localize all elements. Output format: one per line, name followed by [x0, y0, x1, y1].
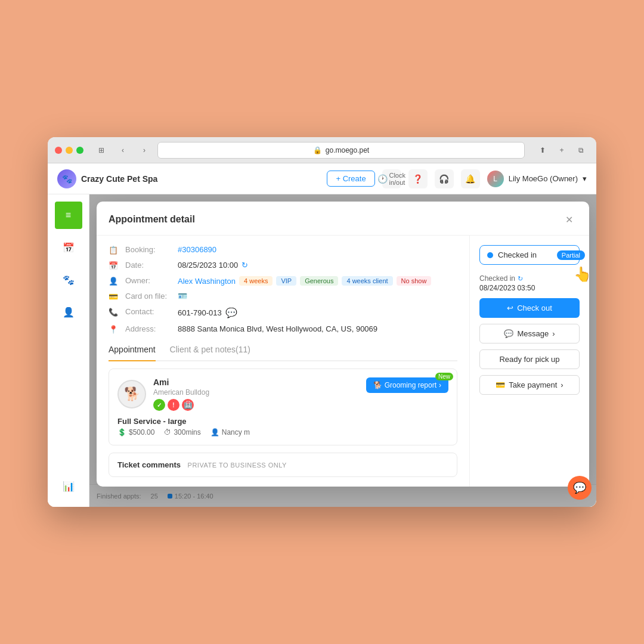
date-label: Date: — [125, 261, 173, 270]
owner-row: 👤 Owner: Alex Washington 4 weeks VIP Gen… — [109, 276, 457, 286]
checked-in-text: Checked in — [479, 274, 515, 283]
user-menu[interactable]: L Lily MoeGo (Owner) ▾ — [487, 171, 587, 187]
card-value: 🪪 — [178, 292, 187, 301]
refresh-icon[interactable]: ↻ — [242, 261, 248, 270]
logo-icon: 🐾 — [57, 169, 76, 188]
sidebar-item-clients[interactable]: 👤 — [55, 298, 82, 326]
clock-icon: 🕐 — [377, 174, 388, 184]
tab-client-notes[interactable]: Client & pet notes(11) — [170, 340, 250, 361]
back-icon[interactable]: ‹ — [114, 142, 131, 159]
pet-avatar: 🐕 — [117, 380, 146, 408]
user-name: Lily MoeGo (Owner) — [509, 174, 578, 183]
card-file-icon: 🪪 — [178, 292, 187, 301]
tag-generous: Generous — [300, 276, 338, 286]
app-logo: 🐾 Crazy Cute Pet Spa — [57, 169, 157, 188]
status-dot — [487, 252, 493, 258]
date-icon: 📅 — [109, 261, 120, 270]
checkout-label: Check out — [517, 304, 552, 312]
new-badge: New — [435, 373, 453, 380]
message-label: Message — [517, 329, 549, 338]
service-price: 💲 $500.00 — [117, 428, 154, 436]
clock-icon: ⏱ — [164, 428, 171, 436]
sidebar-item-menu[interactable]: ≡ — [55, 202, 82, 229]
tag-4weeks-client: 4 weeks client — [342, 276, 392, 286]
top-nav: 🐾 Crazy Cute Pet Spa + Create 🕐 Clock in… — [48, 163, 596, 194]
minimize-traffic-light[interactable] — [66, 147, 73, 154]
tabs-icon[interactable]: ⧉ — [572, 142, 589, 159]
address-text: 8888 Santa Monica Blvd, West Hollywood, … — [178, 324, 377, 333]
grooming-icon: 🐕 — [373, 381, 382, 389]
tab-appointment[interactable]: Appointment — [109, 340, 156, 361]
create-button[interactable]: + Create — [327, 171, 374, 187]
fullscreen-traffic-light[interactable] — [76, 147, 83, 154]
owner-name[interactable]: Alex Washington — [178, 277, 236, 286]
checked-in-label: Checked in ↻ — [479, 274, 580, 283]
pet-badges: ✓ ! 🏥 — [153, 399, 209, 411]
date-text: 08/25/2023 10:00 — [178, 261, 238, 270]
date-row: 📅 Date: 08/25/2023 10:00 ↻ — [109, 261, 457, 270]
create-button-label: + Create — [336, 174, 366, 183]
booking-link[interactable]: #30306890 — [178, 245, 216, 254]
contact-row: 📞 Contact: 601-790-013 💬 — [109, 307, 457, 318]
calendar-icon: 📅 — [63, 242, 75, 253]
notification-icon-btn[interactable]: 🔔 — [461, 169, 480, 188]
headset-icon-btn[interactable]: 🎧 — [435, 169, 454, 188]
new-tab-icon[interactable]: + — [553, 142, 570, 159]
sidebar-item-pets[interactable]: 🐾 — [55, 266, 82, 293]
grooming-report-button[interactable]: 🐕 Grooming report › New — [366, 377, 448, 393]
tag-vip: VIP — [276, 276, 296, 286]
card-label: Card on file: — [125, 292, 173, 301]
booking-label: Booking: — [125, 245, 173, 254]
owner-label: Owner: — [125, 276, 173, 285]
clock-button[interactable]: 🕐 Clock in/out — [382, 169, 401, 188]
booking-icon: 📋 — [109, 246, 120, 255]
person-icon: 👤 — [210, 428, 219, 436]
app-name: Crazy Cute Pet Spa — [81, 174, 157, 184]
clock-label: Clock in/out — [389, 172, 405, 186]
sidebar-item-calendar[interactable]: 📅 — [55, 234, 82, 261]
modal-body: 📋 Booking: #30306890 📅 Date: — [97, 236, 589, 487]
badge-medical: 🏥 — [182, 399, 194, 411]
modal-header: Appointment detail ✕ — [97, 202, 589, 236]
payment-label: Take payment — [509, 380, 557, 389]
paw-icon: 🐾 — [63, 274, 75, 286]
ready-label: Ready for pick up — [499, 355, 559, 364]
ready-pickup-button[interactable]: Ready for pick up — [479, 349, 580, 369]
chart-icon: 📊 — [63, 481, 75, 492]
address-row: 📍 Address: 8888 Santa Monica Blvd, West … — [109, 324, 457, 334]
modal-title: Appointment detail — [109, 214, 195, 225]
sidebar-toggle-icon[interactable]: ⊞ — [93, 142, 110, 159]
chat-fab-button[interactable]: 💬 — [568, 476, 592, 500]
checkin-refresh-icon[interactable]: ↻ — [518, 275, 523, 283]
message-icon[interactable]: 💬 — [225, 307, 237, 318]
phone-icon: 📞 — [109, 308, 120, 317]
share-icon[interactable]: ⬆ — [534, 142, 551, 159]
take-payment-button[interactable]: 💳 Take payment › — [479, 375, 580, 395]
checkout-button[interactable]: ↩ Check out — [479, 298, 580, 318]
dollar-icon: 💲 — [117, 428, 126, 436]
browser-titlebar: ⊞ ‹ › 🔒 go.moego.pet ⬆ + ⧉ — [48, 137, 596, 163]
booking-row: 📋 Booking: #30306890 — [109, 245, 457, 255]
sidebar-item-reports[interactable]: 📊 — [55, 472, 82, 500]
status-dropdown[interactable]: Checked in Partial — [479, 245, 580, 265]
pet-card: 🐕 Ami American Bulldog ✓ ! — [109, 369, 457, 445]
card-row: 💳 Card on file: 🪪 — [109, 292, 457, 301]
booking-value: #30306890 — [178, 245, 216, 254]
forward-icon[interactable]: › — [136, 142, 153, 159]
checkout-icon: ↩ — [507, 304, 513, 312]
ticket-private-note: PRIVATE TO BUSINESS ONLY — [188, 462, 287, 469]
main-area: ≡ 📅 🐾 👤 📊 — [48, 194, 596, 507]
modal-close-button[interactable]: ✕ — [561, 211, 577, 228]
address-bar[interactable]: 🔒 go.moego.pet — [157, 142, 525, 159]
service-meta: 💲 $500.00 ⏱ 300mins 👤 — [117, 428, 448, 436]
payment-card-icon: 💳 — [496, 380, 505, 389]
checked-in-info: Checked in ↻ 08/24/2023 03:50 — [479, 274, 580, 292]
app-content: 🐾 Crazy Cute Pet Spa + Create 🕐 Clock in… — [48, 163, 596, 507]
status-text: Checked in — [498, 250, 537, 259]
help-icon-btn[interactable]: ❓ — [408, 169, 428, 188]
sidebar: ≡ 📅 🐾 👤 📊 — [48, 194, 89, 507]
close-traffic-light[interactable] — [55, 147, 62, 154]
service-name: Full Service - large — [117, 417, 448, 426]
message-button[interactable]: 💬 Message › — [479, 324, 580, 343]
badge-green: ✓ — [153, 399, 165, 411]
